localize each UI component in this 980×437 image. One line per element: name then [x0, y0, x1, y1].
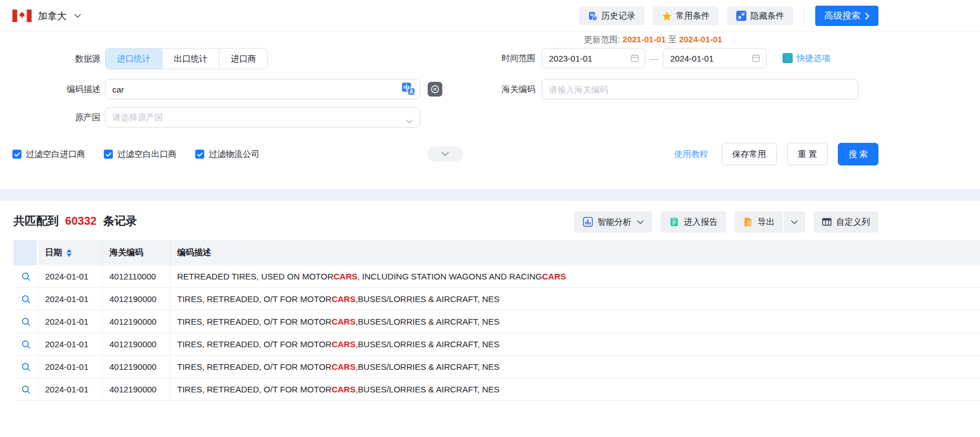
time-range-row: 时间范围 — ⌘ 快捷选项: [502, 48, 830, 68]
tab-import-statistics[interactable]: 进口统计: [106, 49, 162, 69]
tutorial-link[interactable]: 使用教程: [671, 148, 711, 160]
update-range-to: 2024-01-01: [679, 34, 722, 44]
tab-importers[interactable]: 进口商: [219, 49, 267, 69]
exact-match-toggle[interactable]: [428, 82, 442, 97]
translate-icon[interactable]: 中A: [402, 82, 415, 98]
match-count: 60332: [65, 215, 97, 227]
chevron-down-icon: [74, 14, 81, 18]
hscode-input[interactable]: [542, 79, 859, 99]
sort-control[interactable]: [67, 249, 72, 257]
report-icon: [669, 217, 679, 227]
search-form: 更新范围: 2021-01-01 至 2024-01-01 数据源 进口统计 出…: [0, 32, 980, 189]
filter-blank-importer-checkbox[interactable]: 过滤空白进口商: [12, 149, 85, 160]
divider: [804, 8, 805, 23]
export-button[interactable]: 导出: [735, 211, 805, 233]
origin-placeholder: 请选择原产国: [106, 112, 170, 123]
highlighted-keyword: CARS: [332, 362, 356, 372]
time-range-label: 时间范围: [502, 53, 535, 64]
origin-row: 原产国 请选择原产国: [55, 107, 420, 128]
section-separator: [0, 189, 980, 201]
row-detail-cell: [14, 311, 38, 333]
description-input[interactable]: 中A: [105, 79, 420, 99]
checkbox-checked-icon: [104, 150, 113, 159]
date-from-input[interactable]: [542, 48, 645, 68]
code-header-label: 海关编码: [109, 247, 143, 258]
export-dropdown-toggle[interactable]: [783, 211, 805, 233]
chevron-down-icon: [406, 116, 413, 126]
hscode-cell: 4012190000: [103, 378, 170, 400]
hide-conditions-button[interactable]: 隐藏条件: [727, 6, 793, 25]
hscode-value[interactable]: [542, 85, 858, 94]
row-detail-cell: [14, 356, 38, 378]
description-cell: TIRES, RETREADED, O/T FOR MOTOR CARS,BUS…: [170, 288, 980, 310]
magnifier-icon[interactable]: [21, 384, 31, 395]
calendar-icon: [752, 54, 761, 65]
tab-export-statistics[interactable]: 出口统计: [162, 49, 219, 69]
magnifier-icon[interactable]: [21, 317, 31, 327]
results-section: 共匹配到 60332 条记录 智能分析: [0, 201, 980, 401]
origin-select[interactable]: 请选择原产国: [105, 107, 420, 128]
export-icon: [743, 217, 753, 227]
table-row: 2024-01-014012190000TIRES, RETREADED, O/…: [14, 311, 980, 333]
origin-label: 原产国: [55, 112, 100, 123]
quick-options-link[interactable]: ⌘ 快捷选项: [783, 53, 830, 64]
quick-options-label: 快捷选项: [797, 53, 830, 64]
star-icon: [662, 11, 672, 21]
customize-columns-button[interactable]: 自定义列: [814, 211, 878, 233]
advanced-search-label: 高级搜索: [824, 10, 860, 22]
summary-prefix: 共匹配到: [14, 215, 59, 227]
advanced-search-button[interactable]: 高级搜索: [815, 6, 878, 26]
date-to-input[interactable]: [663, 48, 767, 68]
datasource-tabs: 进口统计 出口统计 进口商: [105, 48, 268, 69]
topbar: 加拿大 历史记录 常用条件 隐藏条件: [0, 0, 980, 32]
magnifier-icon[interactable]: [21, 272, 31, 282]
table-body: 2024-01-014012110000RETREADED TIRES, USE…: [14, 265, 980, 401]
smart-analysis-button[interactable]: 智能分析: [574, 211, 652, 233]
magnifier-icon[interactable]: [21, 362, 31, 372]
history-label: 历史记录: [601, 11, 635, 21]
highlighted-keyword: CARS: [332, 339, 356, 349]
bi-chart-icon: [583, 217, 593, 227]
filter-blank-exporter-checkbox[interactable]: 过滤空白出口商: [104, 149, 177, 160]
date-to-value[interactable]: [663, 54, 766, 63]
hscode-cell: 4012190000: [103, 311, 170, 333]
filter-label: 过滤空白进口商: [26, 149, 85, 160]
reset-button[interactable]: 重 置: [787, 143, 828, 165]
description-cell: TIRES, RETREADED, O/T FOR MOTOR CARS,BUS…: [170, 356, 980, 378]
date-from-value[interactable]: [542, 54, 645, 63]
filter-label: 过滤空白出口商: [117, 149, 177, 160]
summary-suffix: 条记录: [103, 215, 137, 227]
history-button[interactable]: 历史记录: [579, 6, 644, 25]
hscode-cell: 4012190000: [103, 356, 170, 378]
table-row: 2024-01-014012190000TIRES, RETREADED, O/…: [14, 288, 980, 311]
enter-report-button[interactable]: 进入报告: [661, 211, 726, 233]
favorites-button[interactable]: 常用条件: [653, 6, 719, 25]
highlighted-keyword: CARS: [332, 384, 356, 394]
history-icon: [588, 11, 597, 21]
date-cell: 2024-01-01: [38, 333, 103, 355]
smart-analysis-label: 智能分析: [597, 217, 631, 228]
header-cell-code: 海关编码: [103, 240, 170, 265]
description-value[interactable]: [106, 85, 420, 94]
filter-logistics-checkbox[interactable]: 过滤物流公司: [195, 149, 260, 160]
results-table: 日期 海关编码 编码描述 2024-01-014012110000RETREAD…: [14, 240, 980, 401]
results-actions: 智能分析 进入报告 导出: [574, 211, 878, 233]
country-selector[interactable]: 加拿大: [12, 10, 81, 23]
highlighted-keyword: CARS: [542, 272, 566, 281]
chevron-down-icon: [637, 220, 644, 224]
description-label: 编码描述: [55, 84, 100, 95]
form-actions: 使用教程 保存常用 重 置 搜 索: [671, 143, 878, 165]
save-favorite-button[interactable]: 保存常用: [722, 143, 777, 165]
checkbox-checked-icon: [12, 150, 21, 159]
row-detail-cell: [14, 265, 38, 287]
update-range-from: 2021-01-01: [622, 34, 666, 44]
search-button[interactable]: 搜 索: [838, 143, 878, 165]
export-label: 导出: [758, 217, 775, 228]
magnifier-icon[interactable]: [21, 294, 31, 304]
hscode-cell: 4012110000: [103, 265, 170, 287]
filters-row: 过滤空白进口商 过滤空白出口商 过滤物流公司 使用教程 保存常用 重 置 搜 索: [12, 143, 878, 165]
canada-flag-icon: [12, 10, 32, 22]
magnifier-icon[interactable]: [21, 339, 31, 349]
favorites-label: 常用条件: [676, 11, 710, 21]
expand-more-button[interactable]: [427, 146, 463, 161]
